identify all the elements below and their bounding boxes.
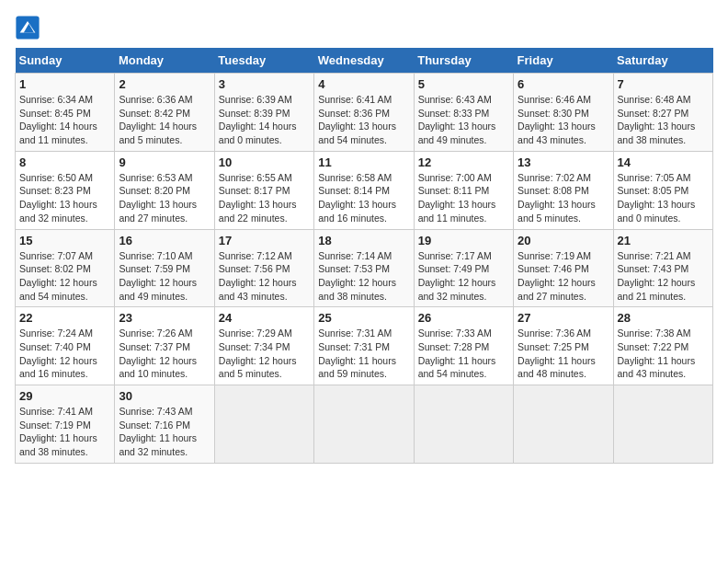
sunset-text: Sunset: 7:49 PM [418, 263, 490, 274]
day-info: Sunrise: 7:41 AM Sunset: 7:19 PM Dayligh… [19, 405, 110, 459]
day-info: Sunrise: 7:00 AM Sunset: 8:11 PM Dayligh… [418, 171, 509, 225]
calendar-header-row: SundayMondayTuesdayWednesdayThursdayFrid… [16, 48, 713, 74]
calendar-cell: 20 Sunrise: 7:19 AM Sunset: 7:46 PM Dayl… [514, 229, 613, 307]
sunset-text: Sunset: 7:40 PM [19, 341, 91, 352]
calendar-cell [514, 385, 613, 464]
sunrise-text: Sunrise: 7:21 AM [618, 250, 691, 261]
sunset-text: Sunset: 8:20 PM [119, 185, 190, 196]
sunrise-text: Sunrise: 7:07 AM [19, 250, 93, 261]
sunset-text: Sunset: 8:33 PM [418, 108, 490, 119]
sunrise-text: Sunrise: 7:05 AM [618, 172, 691, 183]
sunset-text: Sunset: 8:14 PM [318, 185, 390, 196]
day-number: 15 [19, 234, 110, 247]
day-number: 26 [418, 311, 509, 325]
calendar-cell: 10 Sunrise: 6:55 AM Sunset: 8:17 PM Dayl… [214, 151, 313, 229]
calendar-cell: 11 Sunrise: 6:58 AM Sunset: 8:14 PM Dayl… [314, 151, 414, 229]
calendar-table: SundayMondayTuesdayWednesdayThursdayFrid… [15, 48, 713, 464]
day-number: 8 [19, 155, 110, 169]
day-info: Sunrise: 7:21 AM Sunset: 7:43 PM Dayligh… [618, 249, 709, 304]
calendar-cell: 23 Sunrise: 7:26 AM Sunset: 7:37 PM Dayl… [115, 307, 214, 385]
sunset-text: Sunset: 7:22 PM [618, 341, 689, 352]
column-header-friday: Friday [514, 48, 613, 74]
calendar-cell [214, 385, 313, 464]
sunrise-text: Sunrise: 6:43 AM [418, 94, 492, 105]
sunset-text: Sunset: 8:42 PM [119, 108, 190, 119]
sunrise-text: Sunrise: 7:36 AM [518, 327, 591, 339]
daylight-text: Daylight: 14 hours and 11 minutes. [19, 121, 97, 145]
day-info: Sunrise: 6:48 AM Sunset: 8:27 PM Dayligh… [618, 93, 709, 147]
day-number: 5 [418, 77, 509, 91]
day-number: 28 [618, 311, 709, 325]
daylight-text: Daylight: 12 hours and 16 minutes. [19, 355, 97, 380]
day-info: Sunrise: 6:41 AM Sunset: 8:36 PM Dayligh… [318, 93, 409, 147]
day-number: 30 [119, 389, 210, 403]
calendar-cell: 16 Sunrise: 7:10 AM Sunset: 7:59 PM Dayl… [115, 229, 214, 307]
day-info: Sunrise: 6:36 AM Sunset: 8:42 PM Dayligh… [119, 93, 210, 147]
calendar-cell: 3 Sunrise: 6:39 AM Sunset: 8:39 PM Dayli… [214, 74, 313, 152]
daylight-text: Daylight: 13 hours and 5 minutes. [518, 199, 596, 224]
calendar-cell: 29 Sunrise: 7:41 AM Sunset: 7:19 PM Dayl… [16, 385, 115, 464]
daylight-text: Daylight: 11 hours and 32 minutes. [119, 432, 197, 457]
daylight-text: Daylight: 14 hours and 5 minutes. [119, 121, 197, 145]
column-header-thursday: Thursday [414, 48, 513, 74]
sunrise-text: Sunrise: 7:12 AM [219, 250, 292, 261]
daylight-text: Daylight: 13 hours and 43 minutes. [518, 121, 596, 145]
calendar-cell: 18 Sunrise: 7:14 AM Sunset: 7:53 PM Dayl… [314, 229, 414, 307]
daylight-text: Daylight: 13 hours and 0 minutes. [618, 199, 696, 224]
sunset-text: Sunset: 8:08 PM [518, 185, 589, 196]
sunrise-text: Sunrise: 6:53 AM [119, 172, 192, 183]
calendar-cell: 30 Sunrise: 7:43 AM Sunset: 7:16 PM Dayl… [115, 385, 214, 464]
day-number: 10 [219, 155, 310, 169]
day-number: 16 [119, 234, 210, 247]
sunset-text: Sunset: 7:59 PM [119, 263, 190, 274]
day-number: 4 [318, 77, 409, 91]
day-info: Sunrise: 7:12 AM Sunset: 7:56 PM Dayligh… [219, 249, 310, 304]
day-number: 3 [219, 77, 310, 91]
day-info: Sunrise: 7:10 AM Sunset: 7:59 PM Dayligh… [119, 249, 210, 304]
daylight-text: Daylight: 12 hours and 54 minutes. [19, 277, 97, 302]
day-info: Sunrise: 7:43 AM Sunset: 7:16 PM Dayligh… [119, 405, 210, 459]
day-info: Sunrise: 7:19 AM Sunset: 7:46 PM Dayligh… [518, 249, 609, 304]
day-info: Sunrise: 6:46 AM Sunset: 8:30 PM Dayligh… [518, 93, 609, 147]
calendar-cell: 13 Sunrise: 7:02 AM Sunset: 8:08 PM Dayl… [514, 151, 613, 229]
day-number: 20 [518, 234, 609, 247]
calendar-cell: 22 Sunrise: 7:24 AM Sunset: 7:40 PM Dayl… [16, 307, 115, 385]
sunrise-text: Sunrise: 6:34 AM [19, 94, 93, 105]
calendar-cell: 7 Sunrise: 6:48 AM Sunset: 8:27 PM Dayli… [613, 74, 712, 152]
sunrise-text: Sunrise: 6:58 AM [318, 172, 392, 183]
sunrise-text: Sunrise: 7:02 AM [518, 172, 591, 183]
column-header-monday: Monday [115, 48, 214, 74]
daylight-text: Daylight: 13 hours and 49 minutes. [418, 121, 496, 145]
daylight-text: Daylight: 13 hours and 22 minutes. [219, 199, 297, 224]
sunrise-text: Sunrise: 7:17 AM [418, 250, 492, 261]
calendar-cell: 9 Sunrise: 6:53 AM Sunset: 8:20 PM Dayli… [115, 151, 214, 229]
sunrise-text: Sunrise: 7:26 AM [119, 327, 192, 339]
sunrise-text: Sunrise: 6:50 AM [19, 172, 93, 183]
sunset-text: Sunset: 8:36 PM [318, 108, 390, 119]
day-number: 25 [318, 311, 409, 325]
sunrise-text: Sunrise: 6:48 AM [618, 94, 691, 105]
sunrise-text: Sunrise: 7:38 AM [618, 327, 691, 339]
day-info: Sunrise: 6:53 AM Sunset: 8:20 PM Dayligh… [119, 171, 210, 225]
sunrise-text: Sunrise: 6:36 AM [119, 94, 192, 105]
day-number: 27 [518, 311, 609, 325]
daylight-text: Daylight: 11 hours and 48 minutes. [518, 355, 596, 380]
day-number: 6 [518, 77, 609, 91]
day-info: Sunrise: 7:26 AM Sunset: 7:37 PM Dayligh… [119, 327, 210, 381]
sunset-text: Sunset: 7:43 PM [618, 263, 689, 274]
sunrise-text: Sunrise: 6:55 AM [219, 172, 292, 183]
calendar-cell [314, 385, 414, 464]
sunrise-text: Sunrise: 6:39 AM [219, 94, 292, 105]
logo-icon [15, 15, 40, 40]
day-number: 18 [318, 234, 409, 247]
sunset-text: Sunset: 7:46 PM [518, 263, 589, 274]
calendar-cell: 24 Sunrise: 7:29 AM Sunset: 7:34 PM Dayl… [214, 307, 313, 385]
day-number: 19 [418, 234, 509, 247]
day-info: Sunrise: 7:02 AM Sunset: 8:08 PM Dayligh… [518, 171, 609, 225]
sunset-text: Sunset: 8:11 PM [418, 185, 490, 196]
daylight-text: Daylight: 14 hours and 0 minutes. [219, 121, 297, 145]
day-info: Sunrise: 6:58 AM Sunset: 8:14 PM Dayligh… [318, 171, 409, 225]
day-number: 17 [219, 234, 310, 247]
calendar-cell: 21 Sunrise: 7:21 AM Sunset: 7:43 PM Dayl… [613, 229, 712, 307]
daylight-text: Daylight: 12 hours and 21 minutes. [618, 277, 696, 302]
